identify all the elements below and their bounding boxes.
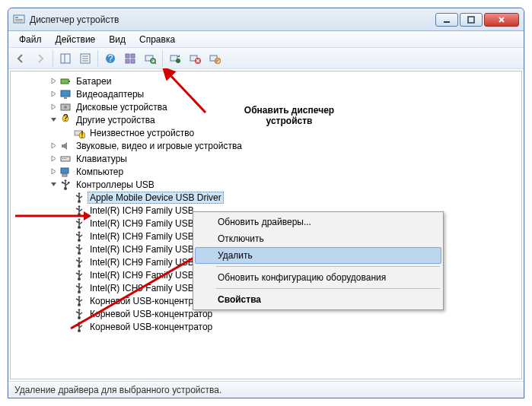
- properties-button[interactable]: [76, 49, 94, 68]
- tree-node-computer[interactable]: Компьютер: [15, 165, 521, 178]
- menu-file[interactable]: Файл: [13, 33, 48, 46]
- usb-device-icon: [73, 295, 85, 307]
- keyboard-icon: [59, 153, 72, 165]
- show-hide-tree-button[interactable]: [56, 49, 75, 68]
- node-label: Звуковые, видео и игровые устройства: [74, 140, 244, 152]
- node-label: Видеоадаптеры: [74, 88, 146, 100]
- node-label: Клавиатуры: [74, 153, 129, 165]
- node-label: Батареи: [74, 75, 113, 87]
- usb-icon: [59, 179, 72, 191]
- disk-icon: [59, 101, 72, 113]
- status-text: Удаление драйвера для выбранного устройс…: [14, 385, 221, 395]
- ctx-scan-hardware[interactable]: Обновить конфигурацию оборудования: [195, 269, 441, 286]
- minimize-button[interactable]: [435, 13, 458, 27]
- tree-node-unknown-device[interactable]: ! Неизвестное устройство: [15, 126, 521, 139]
- svg-rect-30: [61, 90, 70, 97]
- node-label: Intel(R) ICH9 Family USB: [88, 230, 196, 243]
- window-title: Диспетчер устройств: [30, 14, 435, 25]
- svg-rect-15: [131, 54, 135, 58]
- update-driver-button[interactable]: [166, 49, 184, 68]
- svg-rect-3: [15, 21, 23, 21]
- menu-view[interactable]: Вид: [103, 33, 132, 46]
- view-button[interactable]: [121, 49, 139, 68]
- toolbar-separator: [97, 50, 98, 67]
- tree-node-disk[interactable]: Дисковые устройства: [15, 100, 521, 113]
- svg-rect-4: [444, 21, 450, 23]
- expand-icon[interactable]: [49, 103, 58, 112]
- tree-node-root-hub[interactable]: Корневой USB-концентратор: [15, 320, 521, 333]
- svg-rect-18: [145, 56, 153, 61]
- usb-device-icon: [73, 256, 85, 268]
- usb-device-icon: [73, 217, 85, 230]
- node-label: Intel(R) ICH9 Family USB: [88, 205, 196, 217]
- ctx-uninstall[interactable]: Удалить: [195, 247, 441, 264]
- battery-icon: [59, 75, 72, 87]
- ctx-properties[interactable]: Свойства: [195, 291, 441, 308]
- node-label: Intel(R) ICH9 Family USB: [88, 269, 196, 281]
- back-button[interactable]: [11, 49, 30, 68]
- svg-rect-43: [61, 168, 68, 173]
- tree-node-batteries[interactable]: Батареи: [15, 75, 521, 87]
- svg-rect-1: [15, 17, 18, 18]
- ctx-update-drivers[interactable]: Обновить драйверы...: [195, 214, 441, 230]
- question-icon: ?: [59, 114, 72, 126]
- toolbar-separator: [53, 50, 53, 67]
- collapse-icon[interactable]: [49, 116, 58, 125]
- collapse-icon[interactable]: [49, 180, 58, 189]
- svg-rect-41: [64, 158, 65, 159]
- close-button[interactable]: [484, 13, 519, 27]
- svg-text:?: ?: [108, 53, 113, 64]
- usb-device-icon: [73, 205, 85, 217]
- tree-node-other[interactable]: ? Другие устройства: [15, 113, 521, 126]
- usb-device-icon: [73, 308, 85, 320]
- tree-node-sound[interactable]: Звуковые, видео и игровые устройства: [15, 139, 521, 152]
- node-label: Компьютер: [74, 166, 126, 178]
- svg-rect-2: [15, 19, 23, 20]
- usb-device-icon: [73, 321, 85, 333]
- node-label-selected: Apple Mobile Device USB Driver: [88, 192, 224, 204]
- context-menu: Обновить драйверы... Отключить Удалить О…: [193, 211, 444, 310]
- forward-button[interactable]: [31, 49, 49, 68]
- svg-rect-48: [68, 182, 69, 183]
- menu-action[interactable]: Действие: [49, 33, 102, 46]
- tree-node-usb-controllers[interactable]: Контроллеры USB: [15, 178, 521, 191]
- svg-point-47: [62, 181, 63, 182]
- usb-device-icon: [73, 269, 85, 281]
- node-label: Другие устройства: [74, 114, 158, 126]
- node-label: Контроллеры USB: [74, 179, 157, 191]
- svg-rect-5: [468, 17, 474, 23]
- node-label: Неизвестное устройство: [88, 127, 196, 139]
- svg-rect-28: [61, 79, 68, 84]
- tree-node-display[interactable]: Видеоадаптеры: [15, 87, 521, 100]
- uninstall-button[interactable]: [186, 49, 204, 68]
- svg-line-20: [155, 62, 156, 64]
- tree-node-apple-usb[interactable]: Apple Mobile Device USB Driver: [15, 191, 521, 204]
- expand-icon[interactable]: [49, 167, 58, 176]
- usb-device-icon: [73, 192, 85, 204]
- usb-device-icon: [73, 230, 85, 243]
- svg-rect-14: [126, 54, 129, 58]
- expand-icon[interactable]: [49, 154, 58, 163]
- svg-rect-44: [62, 174, 67, 176]
- ctx-separator: [216, 266, 440, 267]
- ctx-disable[interactable]: Отключить: [195, 230, 441, 247]
- node-label: Корневой USB-концентратор: [88, 321, 215, 333]
- expand-icon[interactable]: [49, 90, 58, 99]
- svg-point-22: [176, 59, 180, 63]
- svg-rect-16: [126, 59, 129, 63]
- svg-rect-40: [62, 158, 63, 159]
- expand-icon[interactable]: [49, 141, 58, 151]
- help-button[interactable]: ?: [101, 49, 119, 68]
- monitor-icon: [59, 88, 72, 100]
- menu-help[interactable]: Справка: [133, 33, 181, 46]
- maximize-button[interactable]: [460, 13, 483, 27]
- tree-node-keyboards[interactable]: Клавиатуры: [15, 152, 521, 165]
- expand-icon[interactable]: [49, 77, 58, 86]
- node-label: Intel(R) ICH9 Family USB: [88, 217, 196, 230]
- usb-device-icon: [73, 243, 85, 255]
- scan-hardware-button[interactable]: [141, 49, 159, 68]
- svg-rect-31: [64, 97, 67, 99]
- computer-icon: [59, 166, 72, 178]
- node-label: Intel(R) ICH9 Family USB: [88, 256, 196, 268]
- disable-button[interactable]: [205, 49, 224, 68]
